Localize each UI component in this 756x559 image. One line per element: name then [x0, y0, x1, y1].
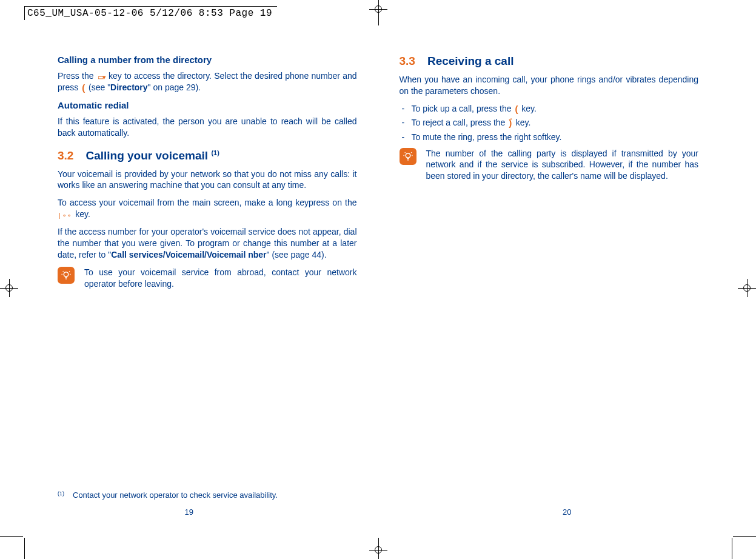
section-heading-3-2: 3.2Calling your voicemail (1) [58, 149, 357, 162]
page-number: 19 [0, 507, 378, 517]
body-text: Press the key to access the directory. S… [58, 70, 357, 94]
text-fragment: " (see page 44). [267, 250, 327, 259]
text-fragment: key. [519, 104, 537, 113]
text-bold: Call services/Voicemail/Voicemail nber [111, 250, 266, 259]
text-fragment: key. [513, 118, 531, 127]
prepress-slug: C65_UM_USA-05-12-06 5/12/06 8:53 Page 19 [24, 6, 277, 20]
text-fragment: (see " [86, 82, 110, 92]
page-break-line-top [378, 0, 379, 25]
text-fragment: Press the [58, 71, 96, 81]
prepress-header: C65_UM_USA-05-12-06 5/12/06 8:53 Page 19 [24, 6, 277, 20]
lightbulb-icon [58, 267, 75, 284]
footnote: (1)Contact your network operator to chec… [58, 490, 357, 500]
text-fragment: " on page 29). [148, 82, 201, 92]
tip-text: To use your voicemail service from abroa… [84, 267, 357, 290]
tip-callout: To use your voicemail service from abroa… [58, 267, 357, 290]
section-heading-3-3: 3.3Receiving a call [400, 55, 699, 68]
directory-key-icon [96, 72, 106, 82]
svg-point-0 [64, 272, 69, 277]
text-fragment: To pick up a call, press the [412, 104, 514, 113]
end-key-icon [507, 117, 513, 129]
body-text: When you have an incoming call, your pho… [400, 74, 699, 97]
list-item: To reject a call, press the key. [400, 117, 699, 129]
page-20: 3.3Receiving a call When you have an inc… [378, 36, 757, 547]
call-key-icon [81, 82, 86, 94]
heading-auto-redial: Automatic redial [58, 100, 357, 110]
instruction-list: To pick up a call, press the key. To rej… [400, 103, 699, 143]
list-item: To pick up a call, press the key. [400, 103, 699, 115]
body-text: To access your voicemail from the main s… [58, 197, 357, 220]
body-text: Your voicemail is provided by your netwo… [58, 169, 357, 192]
text-fragment: key. [73, 209, 90, 219]
footnote-text: Contact your network operator to check s… [73, 490, 278, 500]
text-fragment: Calling your voicemail [85, 149, 211, 162]
page-19: Calling a number from the directory Pres… [0, 36, 378, 547]
footnote-marker: (1) [58, 490, 64, 497]
body-text: If this feature is activated, the person… [58, 116, 357, 139]
text-fragment: To access your voicemail from the main s… [58, 198, 357, 207]
tip-text: The number of the calling party is displ… [426, 148, 699, 182]
tip-callout: The number of the calling party is displ… [400, 148, 699, 182]
text-bold: Directory [110, 82, 147, 92]
section-number: 3.2 [58, 149, 73, 162]
body-text: If the access number for your operator's… [58, 226, 357, 261]
page-number: 20 [378, 507, 757, 517]
heading-directory-call: Calling a number from the directory [58, 55, 357, 65]
lightbulb-icon [400, 148, 416, 165]
voicemail-key-icon [58, 210, 73, 221]
list-item: To mute the ring, press the right softke… [400, 132, 699, 143]
section-title: Receiving a call [427, 55, 514, 67]
page-spread: Calling a number from the directory Pres… [0, 36, 756, 547]
text-fragment: To reject a call, press the [412, 118, 508, 127]
section-number: 3.3 [400, 55, 415, 67]
section-title: Calling your voicemail (1) [85, 149, 219, 162]
footnote-ref: (1) [211, 149, 219, 156]
svg-point-1 [406, 153, 410, 158]
